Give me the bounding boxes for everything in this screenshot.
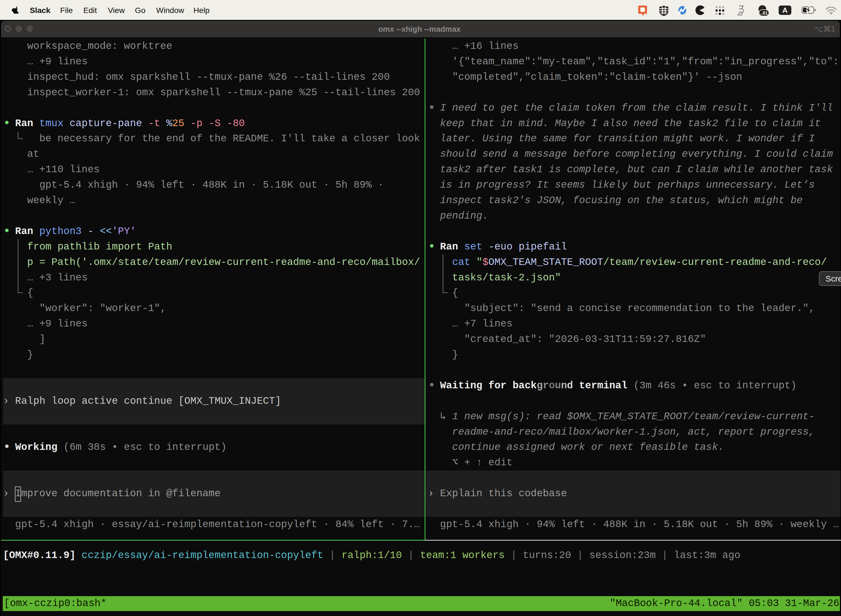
svg-text:..61: ..61 [760,11,768,15]
svg-text:A: A [782,6,788,14]
